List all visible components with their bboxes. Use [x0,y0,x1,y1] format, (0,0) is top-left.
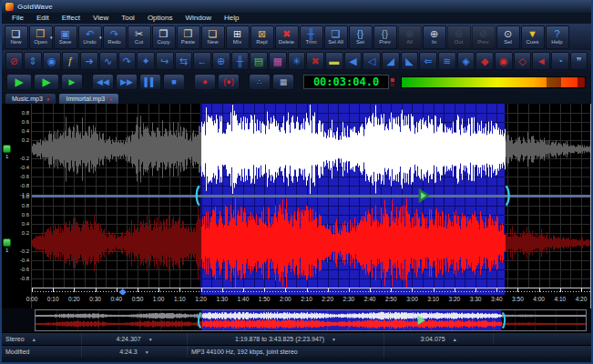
effect-button[interactable]: ⇆ [175,52,193,70]
menu-item[interactable]: Edit [30,13,56,24]
toolbar-button[interactable]: ⊗ All [398,25,422,49]
transport-button[interactable]: ▶ [34,74,59,90]
transport-button[interactable]: ▶ [61,74,83,90]
toolbar-button[interactable]: ❏ New [5,25,28,49]
menu-item[interactable]: File [5,13,30,24]
effect-button[interactable]: ⊕ [212,52,230,70]
effect-button[interactable]: ◉ [495,52,513,70]
toolbar-button[interactable]: ⊖ Out [447,25,471,49]
transport-button[interactable]: ■ [163,74,185,90]
transport-button[interactable]: ▶▶ [116,74,138,90]
effect-button[interactable]: ❞ [570,52,588,70]
effect-button[interactable]: ◉ [43,52,61,70]
toolbar-button[interactable]: ⊘ Prev [472,25,496,49]
status-cell[interactable]: Stereo ▲ [2,333,82,345]
status-value: 1:19.878 to 3:43.825 (2:23.947) [235,336,324,342]
effect-button[interactable]: ⊘ [5,52,24,70]
title-bar[interactable]: GoldWave [2,0,591,13]
toolbar-button[interactable]: ⊙ Sel [496,25,520,49]
status-cell[interactable]: 1:19.878 to 3:43.825 (2:23.947) ▼ [188,333,384,345]
channel-cue-marker[interactable]: 1 [3,238,11,247]
toolbar-button[interactable]: ❏ Sel All [324,25,348,49]
toolbar-button[interactable]: ⊠ Repl [250,25,274,49]
menu-item[interactable]: Tool [115,13,141,24]
effect-button[interactable]: ∿ [99,52,118,70]
transport-button-icon: ▶ [69,77,76,86]
toolbar-button[interactable]: ❒ Open ▾ [29,25,53,49]
effect-button[interactable]: ▦ [269,52,287,70]
status-cell[interactable]: Modified [2,346,82,358]
effect-button[interactable]: ╫ [231,52,250,70]
toolbar-button[interactable]: ❒ Paste [177,25,200,49]
effect-button[interactable]: ◇ [514,52,532,70]
menu-item[interactable]: Window [179,13,217,24]
status-dropdown-icon[interactable]: ▲ [453,337,457,342]
effect-button[interactable]: ➔ [80,52,98,70]
toolbar-button[interactable]: ❐ Copy [152,25,176,49]
toolbar-button[interactable]: ✖ Delete [275,25,299,49]
effect-button[interactable]: ← [193,52,211,70]
toolbar-button[interactable]: {} Set [349,25,373,49]
toolbar-button-icon: ⊙ [504,29,512,39]
overview-strip[interactable] [35,309,587,331]
document-tab[interactable]: Music.mp3 ● [5,93,56,104]
transport-button[interactable]: ∴ [249,74,271,90]
effect-button[interactable]: ⇕ [24,52,42,70]
effect-button[interactable]: ◢ [382,52,400,70]
effect-button[interactable]: ◆ [475,52,494,70]
status-cell[interactable]: 4:24.307 ▼ [82,333,188,345]
dropdown-caret-icon[interactable]: ▾ [99,35,102,40]
effect-button[interactable]: ◄ [532,52,550,70]
document-tab[interactable]: Immortal.mp3 ● [58,93,118,104]
transport-button[interactable]: ◀◀ [92,74,114,90]
effect-button[interactable]: ◀ [344,52,363,70]
toolbar-button[interactable]: ✂ Cut [128,25,151,49]
menu-item[interactable]: Effect [56,13,87,24]
transport-button[interactable]: ▌▌ [139,74,161,90]
transport-button[interactable]: ▦ [272,74,294,90]
effect-button[interactable]: ▤ [250,52,268,70]
toolbar-button[interactable]: ↶ Undo ▾ [78,25,102,49]
status-dropdown-icon[interactable]: ▼ [148,337,153,342]
effect-button[interactable]: ▬ [325,52,343,70]
status-cell[interactable]: 4:24.3 ▼ [82,346,188,358]
effect-button[interactable]: ◔ [551,52,569,70]
effect-button[interactable]: ✖ [306,52,324,70]
status-dropdown-icon[interactable]: ▲ [32,337,36,342]
menu-item[interactable]: View [87,13,115,24]
effect-button[interactable]: ≋ [438,52,456,70]
menu-item[interactable]: Options [141,13,179,24]
overview-canvas[interactable] [36,310,586,330]
transport-button[interactable]: ● [194,74,216,90]
channel-cue-marker[interactable]: 1 [3,145,11,153]
effect-button[interactable]: ◈ [457,52,475,70]
toolbar-button[interactable]: ▣ Save [54,25,77,49]
effect-button[interactable]: ◁ [363,52,381,70]
toolbar-button[interactable]: ⊞ Mix [226,25,250,49]
dropdown-caret-icon[interactable]: ▾ [50,35,53,40]
effect-button[interactable]: ✳ [288,52,306,70]
waveform-plot[interactable]: 0:000:100:200:300:400:501:001:101:201:30… [32,104,591,308]
status-cell[interactable]: 3:04.075 ▲ [384,333,494,345]
effect-button[interactable]: ⇐ [419,52,437,70]
toolbar-button[interactable]: ⊕ In [423,25,446,49]
menu-item[interactable]: Help [218,13,245,24]
status-dropdown-icon[interactable]: ▼ [145,349,149,355]
transport-button[interactable]: (●) [218,74,240,90]
toolbar-button[interactable]: {} Prev [373,25,397,49]
effect-button[interactable]: ✦ [137,52,155,70]
toolbar-button[interactable]: ❏ New [201,25,225,49]
effect-button[interactable]: ↪ [156,52,174,70]
effect-button[interactable]: ◣ [401,52,419,70]
status-cell[interactable]: MP3 44100 Hz, 192 kbps, joint stereo [188,346,384,358]
effect-button[interactable]: ↷ [118,52,137,70]
status-dropdown-icon[interactable]: ▼ [332,337,336,342]
toolbar-button[interactable]: ? Help [546,25,569,49]
toolbar-button[interactable]: ╫ Trim [300,25,323,49]
toolbar-button-icon: ✂ [135,29,143,39]
toolbar-button[interactable]: ↷ Redo [103,25,127,49]
toolbar-button[interactable]: ▼ Cues [521,25,545,49]
waveform-canvas[interactable] [32,104,590,295]
effect-button[interactable]: ƒ [62,52,80,70]
transport-button[interactable]: ▶ [6,74,32,90]
